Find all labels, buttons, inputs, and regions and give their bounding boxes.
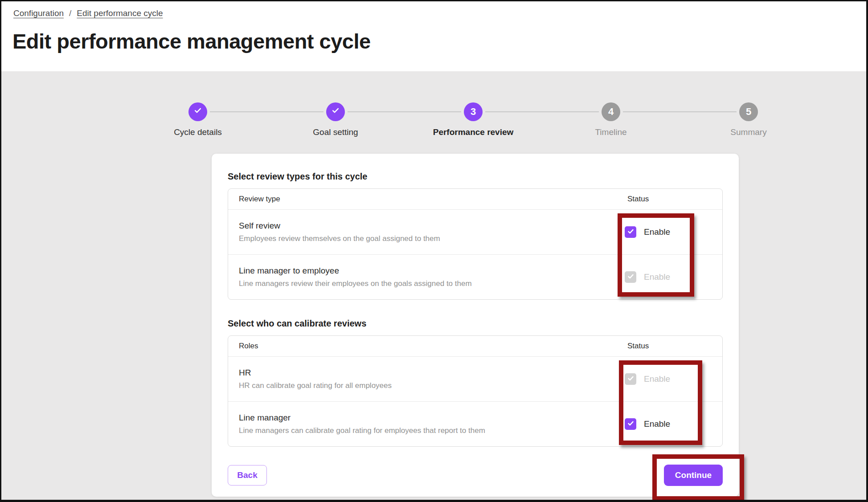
line-manager-to-employee-enable-checkbox-disabled: [625, 271, 636, 283]
table-row-hr: HR HR can calibrate goal rating for all …: [228, 356, 722, 401]
step-goal-setting[interactable]: Goal setting: [278, 102, 393, 137]
breadcrumb-separator: /: [69, 8, 71, 18]
row-status-cell: Enable: [625, 271, 722, 283]
row-title: Line manager to employee: [239, 266, 625, 276]
table-header-row: Review type Status: [228, 189, 722, 209]
checkbox-check-icon: [627, 228, 635, 237]
row-title: Self review: [239, 221, 625, 231]
breadcrumb-link-configuration[interactable]: Configuration: [13, 8, 64, 18]
step-complete-circle: [326, 102, 345, 121]
checkbox-check-icon: [627, 420, 635, 429]
continue-button[interactable]: Continue: [664, 465, 723, 486]
enable-label: Enable: [644, 374, 670, 384]
calibrate-table: Roles Status HR HR can calibrate goal ra…: [228, 335, 723, 447]
step-number: 5: [746, 106, 751, 118]
table-row-self-review: Self review Employees review themselves …: [228, 209, 722, 254]
row-status-cell: Enable: [625, 226, 722, 238]
breadcrumb: Configuration / Edit performance cycle: [13, 8, 163, 18]
breadcrumb-link-edit-performance-cycle[interactable]: Edit performance cycle: [77, 8, 163, 18]
column-header-review-type: Review type: [228, 195, 625, 204]
row-status-cell: Enable: [625, 373, 722, 385]
review-types-heading: Select review types for this cycle: [228, 154, 723, 182]
row-title: Line manager: [239, 413, 625, 423]
row-text: Line manager Line managers can calibrate…: [228, 413, 625, 435]
row-text: Line manager to employee Line managers r…: [228, 266, 625, 288]
step-number: 4: [608, 106, 614, 118]
table-row-line-manager-to-employee: Line manager to employee Line managers r…: [228, 254, 722, 299]
self-review-enable-checkbox[interactable]: [625, 226, 636, 238]
step-number-circle: 4: [602, 102, 620, 121]
step-number-circle: 5: [739, 102, 758, 121]
card-footer: Back Continue: [228, 465, 723, 486]
step-label: Goal setting: [278, 127, 393, 137]
row-description: Employees review themselves on the goal …: [239, 234, 625, 243]
step-timeline[interactable]: 4 Timeline: [553, 102, 669, 137]
step-label: Performance review: [415, 127, 531, 137]
row-title: HR: [239, 368, 625, 378]
checkbox-check-icon: [627, 273, 635, 282]
page-title: Edit performance management cycle: [12, 29, 371, 53]
back-button[interactable]: Back: [228, 465, 267, 486]
row-description: HR can calibrate goal rating for all emp…: [239, 381, 625, 390]
enable-label: Enable: [644, 227, 670, 237]
step-performance-review[interactable]: 3 Performance review: [415, 102, 531, 137]
table-row-line-manager: Line manager Line managers can calibrate…: [228, 401, 722, 446]
hr-enable-checkbox-disabled: [625, 373, 636, 385]
step-summary[interactable]: 5 Summary: [691, 102, 807, 137]
wizard-card: Select review types for this cycle Revie…: [212, 154, 739, 497]
step-complete-circle: [188, 102, 207, 121]
calibrate-heading: Select who can calibrate reviews: [228, 300, 723, 329]
checkbox-check-icon: [627, 375, 635, 384]
step-label: Cycle details: [140, 127, 256, 137]
review-types-table: Review type Status Self review Employees…: [228, 188, 723, 300]
content-background: Cycle details Goal setting 3 Performance…: [1, 71, 866, 500]
enable-label: Enable: [644, 419, 670, 429]
step-label: Summary: [691, 127, 807, 137]
step-label: Timeline: [553, 127, 669, 137]
page-header: Configuration / Edit performance cycle E…: [1, 1, 866, 71]
column-header-status: Status: [625, 342, 722, 351]
row-description: Line managers review their employees on …: [239, 279, 625, 288]
step-cycle-details[interactable]: Cycle details: [140, 102, 256, 137]
table-header-row: Roles Status: [228, 336, 722, 356]
enable-label: Enable: [644, 272, 670, 282]
app-window: Configuration / Edit performance cycle E…: [0, 0, 868, 502]
wizard-stepper: Cycle details Goal setting 3 Performance…: [1, 71, 866, 151]
row-text: HR HR can calibrate goal rating for all …: [228, 368, 625, 390]
row-status-cell: Enable: [625, 418, 722, 430]
row-description: Line managers can calibrate goal rating …: [239, 426, 625, 435]
row-text: Self review Employees review themselves …: [228, 221, 625, 243]
column-header-status: Status: [625, 195, 722, 204]
column-header-roles: Roles: [228, 342, 625, 351]
step-number-circle: 3: [464, 102, 483, 121]
line-manager-enable-checkbox[interactable]: [625, 418, 636, 430]
check-icon: [331, 106, 340, 118]
check-icon: [193, 106, 202, 118]
step-number: 3: [471, 106, 476, 118]
